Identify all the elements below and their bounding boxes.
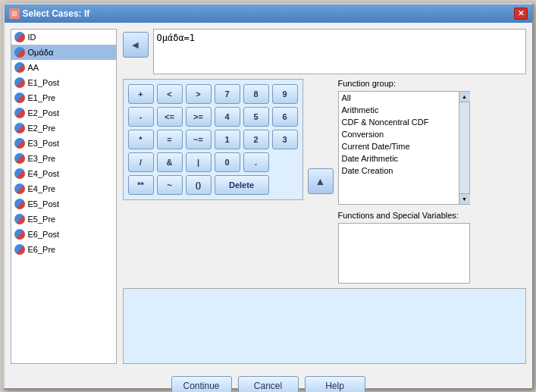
- variable-label: E2_Pre: [28, 124, 56, 133]
- variable-icon: [14, 183, 25, 194]
- up-arrow-button[interactable]: ▲: [308, 168, 334, 194]
- btn-not[interactable]: ~: [157, 175, 183, 195]
- main-area: ◄ Ομάδα=1 + < > 7 8 9: [123, 29, 526, 364]
- variable-item[interactable]: ID: [11, 30, 116, 45]
- variable-item[interactable]: E6_Post: [11, 227, 116, 242]
- variable-list[interactable]: IDΟμάδαAAE1_PostE1_PreE2_PostE2_PreE3_Po…: [11, 29, 117, 364]
- variable-icon: [14, 153, 25, 164]
- variable-label: E5_Post: [28, 199, 60, 209]
- function-group-item[interactable]: Date Creation: [339, 165, 459, 177]
- variable-icon: [14, 229, 25, 240]
- variable-item[interactable]: E4_Pre: [11, 181, 116, 196]
- calc-row-4: / & | 0 .: [128, 152, 298, 172]
- variable-label: E2_Post: [28, 108, 60, 118]
- variable-icon: [14, 93, 25, 103]
- variable-item[interactable]: E5_Pre: [11, 212, 116, 227]
- btn-2[interactable]: 2: [243, 130, 269, 149]
- variable-item[interactable]: E1_Pre: [11, 90, 116, 105]
- btn-gt[interactable]: >: [186, 84, 212, 104]
- btn-parens[interactable]: (): [186, 175, 212, 195]
- variable-item[interactable]: E6_Pre: [11, 242, 116, 257]
- btn-eq[interactable]: =: [157, 130, 183, 149]
- function-group-item[interactable]: CDF & Noncentral CDF: [339, 116, 459, 128]
- btn-1[interactable]: 1: [215, 130, 240, 149]
- variable-icon: [14, 214, 25, 224]
- btn-dot[interactable]: .: [243, 152, 269, 172]
- btn-plus[interactable]: +: [128, 84, 154, 104]
- help-button[interactable]: Help: [305, 376, 365, 393]
- btn-lt[interactable]: <: [157, 84, 183, 104]
- insert-arrow-button[interactable]: ◄: [123, 32, 149, 58]
- function-group-item[interactable]: Date Arithmetic: [339, 152, 459, 165]
- btn-0[interactable]: 0: [215, 152, 240, 172]
- variable-icon: [14, 199, 25, 209]
- function-group-item[interactable]: All: [339, 92, 459, 104]
- btn-8[interactable]: 8: [243, 84, 269, 104]
- btn-delete[interactable]: Delete: [215, 175, 269, 195]
- variable-item[interactable]: E3_Post: [11, 136, 116, 151]
- window-body: IDΟμάδαAAE1_PostE1_PreE2_PostE2_PreE3_Po…: [5, 23, 532, 370]
- btn-gte[interactable]: >=: [186, 107, 212, 127]
- title-bar-left: ⊞ Select Cases: If: [9, 8, 90, 19]
- function-group-list[interactable]: AllArithmeticCDF & Noncentral CDFConvers…: [338, 91, 459, 205]
- description-box: [123, 288, 526, 364]
- btn-9[interactable]: 9: [272, 84, 298, 104]
- btn-neq[interactable]: ~=: [186, 130, 212, 149]
- variable-icon: [14, 168, 25, 179]
- variable-item[interactable]: Ομάδα: [11, 45, 116, 60]
- variable-icon: [14, 108, 25, 118]
- top-row: ◄ Ομάδα=1: [123, 29, 526, 74]
- variable-item[interactable]: E2_Post: [11, 105, 116, 121]
- btn-minus[interactable]: -: [128, 107, 154, 127]
- button-row: Continue Cancel Help: [5, 370, 532, 393]
- btn-or[interactable]: |: [186, 152, 212, 172]
- btn-lte[interactable]: <=: [157, 107, 183, 127]
- variable-label: Ομάδα: [28, 48, 54, 57]
- cancel-button[interactable]: Cancel: [238, 376, 299, 393]
- title-bar: ⊞ Select Cases: If ✕: [5, 5, 532, 23]
- btn-and[interactable]: &: [157, 152, 183, 172]
- lower-area: [123, 288, 526, 364]
- btn-7[interactable]: 7: [215, 84, 240, 104]
- variable-label: E1_Pre: [28, 93, 56, 102]
- btn-divide[interactable]: /: [128, 152, 154, 172]
- functions-label: Functions and Special Variables:: [338, 211, 470, 220]
- btn-multiply[interactable]: *: [128, 130, 154, 149]
- btn-3[interactable]: 3: [272, 130, 298, 149]
- variable-label: E3_Pre: [28, 154, 56, 163]
- variable-label: ID: [28, 33, 36, 42]
- close-button[interactable]: ✕: [514, 8, 528, 20]
- function-group-item[interactable]: Arithmetic: [339, 104, 459, 116]
- function-group-item[interactable]: Conversion: [339, 128, 459, 140]
- calc-grid: + < > 7 8 9 - <= >= 4: [123, 79, 303, 200]
- variable-icon: [14, 47, 25, 58]
- calc-row-5: ** ~ () Delete: [128, 175, 298, 195]
- scrollbar-up-arrow[interactable]: ▲: [459, 92, 470, 102]
- right-panel: Function group: AllArithmeticCDF & Nonce…: [338, 79, 470, 284]
- variable-label: E5_Pre: [28, 215, 56, 224]
- btn-5[interactable]: 5: [243, 107, 269, 127]
- variable-item[interactable]: E4_Post: [11, 166, 116, 181]
- btn-4[interactable]: 4: [215, 107, 240, 127]
- variable-icon: [14, 123, 25, 133]
- function-group-item[interactable]: Current Date/Time: [339, 140, 459, 152]
- dialog-window: ⊞ Select Cases: If ✕ IDΟμάδαAAE1_PostE1_…: [3, 3, 534, 390]
- variable-icon: [14, 138, 25, 149]
- variable-label: E6_Post: [28, 230, 60, 239]
- window-title: Select Cases: If: [23, 8, 90, 19]
- variable-item[interactable]: E5_Post: [11, 196, 116, 212]
- btn-power[interactable]: **: [128, 175, 154, 195]
- functions-list[interactable]: [338, 223, 470, 284]
- variable-item[interactable]: AA: [11, 60, 116, 75]
- variable-label: E4_Pre: [28, 184, 56, 193]
- variable-item[interactable]: E1_Post: [11, 75, 116, 90]
- scrollbar-down-arrow[interactable]: ▼: [459, 193, 470, 204]
- variable-item[interactable]: E2_Pre: [11, 121, 116, 136]
- variable-label: E3_Post: [28, 139, 60, 148]
- variable-icon: [14, 244, 25, 255]
- btn-6[interactable]: 6: [272, 107, 298, 127]
- continue-button[interactable]: Continue: [171, 376, 232, 393]
- expression-input[interactable]: Ομάδα=1: [153, 29, 526, 74]
- title-icon: ⊞: [9, 8, 20, 19]
- variable-item[interactable]: E3_Pre: [11, 151, 116, 166]
